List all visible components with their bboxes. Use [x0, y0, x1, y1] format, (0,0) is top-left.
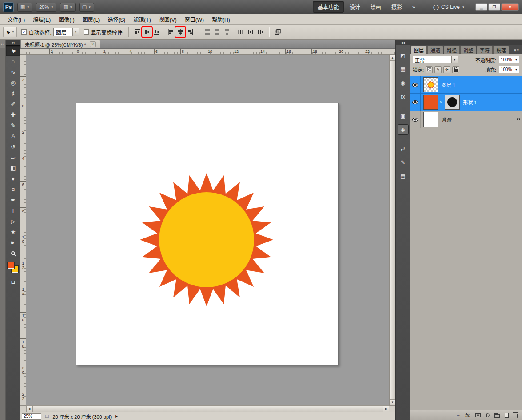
menu-edit[interactable]: 编辑(E): [29, 14, 55, 24]
clone-source-panel-icon[interactable]: ⇄: [398, 143, 409, 154]
scroll-right-icon[interactable]: ▶: [383, 405, 389, 412]
color-panel-icon[interactable]: ◩: [398, 50, 409, 60]
quick-mask-button[interactable]: ◘: [6, 276, 20, 287]
healing-brush-tool[interactable]: ✚: [6, 109, 20, 120]
opacity-field[interactable]: 100%▼: [499, 56, 519, 63]
menu-file[interactable]: 文件(F): [4, 14, 29, 24]
horizontal-scrollbar[interactable]: ◀ ▶: [26, 405, 389, 412]
minimize-button[interactable]: ▁: [475, 3, 487, 11]
dropdown-arrow-icon[interactable]: ▼: [72, 28, 79, 36]
styles-panel-icon[interactable]: ◉: [398, 78, 409, 88]
tab-channels[interactable]: 通道: [427, 46, 443, 54]
menu-select[interactable]: 选择(S): [104, 14, 129, 24]
align-vertical-centers-button[interactable]: [143, 27, 151, 37]
layer-name[interactable]: 形状 1: [463, 99, 477, 106]
distribute-top-edges-button[interactable]: [203, 27, 212, 37]
path-selection-tool[interactable]: ▷: [6, 216, 20, 226]
tab-paragraph[interactable]: 段落: [493, 46, 509, 54]
distribute-vertical-centers-button[interactable]: [213, 27, 222, 37]
auto-align-layers-button[interactable]: [273, 27, 282, 37]
auto-select-checkbox[interactable]: ✓: [21, 29, 27, 35]
horizontal-ruler[interactable]: 20246810121416182022: [26, 49, 395, 55]
workspace-design-button[interactable]: 设计: [345, 1, 365, 12]
crop-tool[interactable]: ♯: [6, 88, 20, 99]
shape-layer-thumb[interactable]: [423, 95, 438, 110]
eyedropper-tool[interactable]: ✐: [6, 99, 20, 109]
blur-tool[interactable]: ♦: [6, 173, 20, 184]
workspace-basic-button[interactable]: 基本功能: [313, 1, 344, 13]
layer1-thumbnail[interactable]: [423, 77, 438, 92]
menu-filter[interactable]: 滤镜(T): [129, 14, 155, 24]
scroll-down-icon[interactable]: ▼: [390, 399, 395, 405]
layer-row-layer1[interactable]: 图层 1: [410, 76, 522, 94]
lock-all-button[interactable]: [452, 66, 459, 73]
scroll-left-icon[interactable]: ◀: [26, 405, 32, 412]
delete-layer-button[interactable]: [514, 412, 518, 418]
cs-live-button[interactable]: ◯ CS Live ▼: [433, 4, 465, 10]
hand-tool[interactable]: ☛: [6, 237, 20, 248]
zoom-level-dropdown[interactable]: 25%▼: [36, 3, 56, 12]
new-layer-button[interactable]: [505, 413, 509, 418]
expand-dock-icon[interactable]: ▸▸: [0, 40, 5, 48]
clone-stamp-tool[interactable]: ♙: [6, 131, 20, 141]
workspace-painting-button[interactable]: 绘画: [366, 1, 386, 12]
swatches-panel-icon[interactable]: ▦: [398, 64, 409, 74]
lock-image-pixels-button[interactable]: ✎: [434, 66, 442, 73]
status-menu-arrow-icon[interactable]: ▶: [115, 414, 118, 418]
menu-window[interactable]: 窗口(W): [181, 14, 208, 24]
layer-row-background[interactable]: 背景: [410, 111, 522, 128]
tab-character[interactable]: 字符: [477, 46, 493, 54]
view-extras-dropdown[interactable]: ▥▼: [60, 3, 75, 12]
document-canvas[interactable]: [76, 103, 338, 365]
show-transform-checkbox[interactable]: [84, 29, 89, 35]
foreground-color-swatch[interactable]: [8, 262, 14, 269]
tab-paths[interactable]: 路径: [444, 46, 460, 54]
status-zoom-field[interactable]: 25%: [22, 413, 41, 420]
distribute-right-edges-button[interactable]: [256, 27, 265, 37]
dock-expand-icon[interactable]: ◀◀: [396, 40, 410, 45]
zoom-tool[interactable]: [6, 248, 20, 258]
layer-name[interactable]: 背景: [442, 116, 451, 123]
canvas-workspace[interactable]: [26, 55, 389, 405]
distribute-horizontal-centers-button[interactable]: [246, 27, 255, 37]
paragraph-panel-icon[interactable]: ▤: [398, 171, 409, 181]
history-brush-tool[interactable]: ↺: [6, 141, 20, 152]
visibility-toggle[interactable]: [410, 76, 421, 93]
layer-name[interactable]: 图层 1: [442, 81, 455, 88]
character-panel-icon[interactable]: ✎: [398, 157, 409, 167]
move-tool[interactable]: ▶: [6, 45, 20, 56]
layer-row-shape1[interactable]: ∞ 形状 1: [410, 94, 522, 111]
marquee-tool[interactable]: ◌: [6, 56, 20, 67]
lock-transparent-pixels-button[interactable]: [426, 66, 433, 73]
workspace-photography-button[interactable]: 摄影: [387, 1, 406, 12]
tab-adjustments[interactable]: 调整: [460, 46, 476, 54]
menu-image[interactable]: 图像(I): [55, 14, 78, 24]
ruler-origin-corner[interactable]: [20, 49, 26, 55]
launch-bridge-button[interactable]: ▦▼: [17, 3, 32, 12]
brushes-panel-icon[interactable]: ◈: [398, 124, 409, 135]
menu-view[interactable]: 视图(V): [155, 14, 181, 24]
panel-menu-icon[interactable]: ▾≡: [514, 48, 522, 54]
align-top-edges-button[interactable]: [133, 27, 142, 37]
visibility-toggle[interactable]: [410, 94, 421, 111]
distribute-bottom-edges-button[interactable]: [223, 27, 231, 37]
vertical-ruler[interactable]: 20246810121416182022: [20, 55, 26, 405]
scroll-up-icon[interactable]: ▲: [390, 55, 395, 61]
new-adjustment-layer-button[interactable]: [486, 413, 490, 417]
screen-mode-dropdown[interactable]: ▢▼: [79, 3, 94, 12]
menu-help[interactable]: 帮助(H): [208, 14, 234, 24]
align-bottom-edges-button[interactable]: [152, 27, 161, 37]
lasso-tool[interactable]: ∿: [6, 67, 20, 77]
toolbox-collapse-icon[interactable]: ◂◂: [6, 40, 20, 45]
close-button[interactable]: ✕: [501, 3, 519, 11]
align-right-edges-button[interactable]: [186, 27, 195, 37]
new-group-button[interactable]: [494, 413, 500, 418]
tab-layers[interactable]: 图层: [411, 46, 427, 54]
dodge-tool[interactable]: ¤: [6, 184, 20, 194]
gradient-tool[interactable]: ◧: [6, 162, 20, 173]
document-tab[interactable]: 未标题-1 @ 25%(CMYK/8) * ×: [20, 40, 100, 48]
add-layer-mask-button[interactable]: [475, 413, 481, 417]
quick-selection-tool[interactable]: ◎: [6, 77, 20, 88]
shape-vector-mask-thumbnail[interactable]: [445, 95, 460, 110]
blend-mode-dropdown[interactable]: 正常 ▼: [413, 56, 458, 63]
